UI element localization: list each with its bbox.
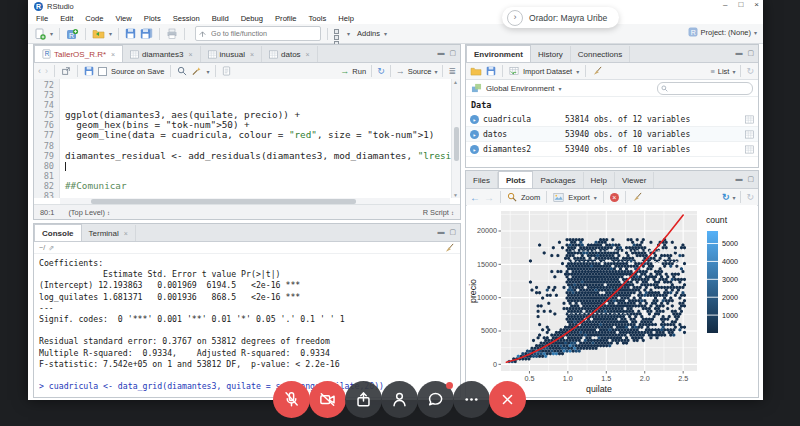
menu-edit[interactable]: Edit: [54, 14, 79, 23]
source-button[interactable]: Source: [408, 67, 432, 76]
tab-diamantes3[interactable]: diamantes3×: [123, 46, 200, 62]
expand-object-icon[interactable]: ▸: [470, 145, 479, 154]
view-table-icon[interactable]: [745, 115, 754, 124]
run-button[interactable]: Run: [352, 67, 366, 76]
maximize-pane-icon[interactable]: ▢: [747, 175, 754, 183]
minimize-pane-icon[interactable]: ▬: [735, 175, 742, 183]
scroll-up-icon[interactable]: ▲: [453, 79, 458, 85]
view-table-icon[interactable]: [745, 145, 754, 154]
menu-profile[interactable]: Profile: [269, 14, 303, 23]
goto-file-input[interactable]: [209, 28, 317, 39]
scope-selector[interactable]: (Top Level) ↕: [68, 208, 110, 217]
menu-view[interactable]: View: [110, 14, 138, 23]
goto-dir-icon[interactable]: ⇗: [48, 243, 54, 252]
import-caret-icon[interactable]: ▾: [576, 68, 579, 75]
code-tools-caret-icon[interactable]: ▾: [206, 68, 209, 75]
clear-environment-icon[interactable]: [592, 66, 603, 76]
menu-build[interactable]: Build: [206, 14, 235, 23]
environment-tab-environment[interactable]: Environment: [466, 45, 531, 62]
menu-debug[interactable]: Debug: [235, 14, 269, 23]
environment-search[interactable]: [657, 82, 753, 95]
camera-off-button[interactable]: [309, 381, 346, 418]
nav-forward-icon[interactable]: ›: [45, 66, 48, 76]
plots-tab-help[interactable]: Help: [584, 172, 615, 188]
environment-tab-connections[interactable]: Connections: [571, 46, 630, 62]
env-object-diamantes2[interactable]: ▸diamantes253940 obs. of 10 variables: [466, 142, 758, 157]
global-env-selector[interactable]: Global Environment: [486, 84, 554, 93]
goto-file-search[interactable]: [195, 26, 321, 41]
addins-button[interactable]: Addins: [357, 29, 380, 38]
tab-tallerosrr[interactable]: RTallerOS_R.R*×: [34, 45, 123, 62]
environment-tab-history[interactable]: History: [531, 46, 571, 62]
maximize-button[interactable]: □: [738, 0, 743, 9]
expand-chevron-icon[interactable]: ›: [507, 10, 523, 26]
publish-icon[interactable]: ↻: [722, 192, 730, 202]
new-file-button[interactable]: [34, 28, 46, 40]
close-button[interactable]: ×: [754, 0, 759, 9]
menu-code[interactable]: Code: [79, 14, 109, 23]
tab-datos[interactable]: datos×: [262, 46, 318, 62]
maximize-pane-icon[interactable]: ▢: [747, 49, 754, 57]
env-object-datos[interactable]: ▸datos53940 obs. of 10 variables: [466, 127, 758, 142]
chat-button[interactable]: [417, 381, 454, 418]
compile-report-icon[interactable]: [222, 66, 231, 76]
popout-icon[interactable]: [61, 66, 71, 76]
rerun-icon[interactable]: ↻: [377, 66, 385, 76]
env-object-cuadricula[interactable]: ▸cuadricula53814 obs. of 12 variables: [466, 112, 758, 127]
expand-object-icon[interactable]: ▸: [470, 115, 479, 124]
minimize-button[interactable]: –: [723, 0, 727, 9]
maximize-pane-icon[interactable]: ▢: [449, 228, 456, 236]
open-file-button[interactable]: [92, 28, 105, 39]
zoom-plot-button[interactable]: Zoom: [521, 193, 540, 202]
console-tab-terminal[interactable]: Terminal×: [82, 225, 136, 241]
participants-button[interactable]: [381, 381, 418, 418]
console-tab-console[interactable]: Console: [34, 224, 82, 241]
editor-vertical-scrollbar[interactable]: ▲ ▼: [451, 79, 460, 198]
menu-tools[interactable]: Tools: [303, 14, 333, 23]
new-project-button[interactable]: R: [66, 28, 79, 40]
tab-close-icon[interactable]: ×: [124, 230, 128, 237]
expand-object-icon[interactable]: ▸: [470, 130, 479, 139]
export-caret-icon[interactable]: ▾: [594, 194, 597, 201]
source-caret-icon[interactable]: ▾: [434, 68, 437, 75]
previous-plot-icon[interactable]: ←: [470, 192, 480, 203]
list-view-button[interactable]: List: [718, 67, 730, 76]
minimize-pane-icon[interactable]: ▬: [735, 49, 742, 57]
console-output[interactable]: Coefficients: Estimate Std. Error t valu…: [34, 254, 460, 392]
mute-microphone-button[interactable]: [273, 381, 310, 418]
end-call-button[interactable]: [489, 381, 526, 418]
tab-inusual[interactable]: inusual×: [201, 46, 262, 62]
panes-caret-icon[interactable]: ▾: [347, 30, 350, 37]
menu-session[interactable]: Session: [167, 14, 206, 23]
new-file-caret-icon[interactable]: ▾: [50, 30, 53, 37]
find-icon[interactable]: [177, 66, 187, 76]
plots-tab-packages[interactable]: Packages: [533, 172, 583, 188]
code-tools-wand-icon[interactable]: [191, 66, 202, 76]
plots-tab-plots[interactable]: Plots: [498, 171, 534, 188]
source-on-save-checkbox[interactable]: [98, 67, 107, 76]
view-table-icon[interactable]: [745, 130, 754, 139]
minimize-pane-icon[interactable]: ▬: [437, 49, 444, 57]
share-content-button[interactable]: [345, 381, 382, 418]
tab-close-icon[interactable]: ×: [250, 51, 254, 58]
plots-tab-files[interactable]: Files: [466, 172, 498, 188]
next-plot-icon[interactable]: →: [484, 192, 494, 203]
load-workspace-icon[interactable]: [470, 66, 482, 76]
publish-caret-icon[interactable]: ▾: [732, 194, 735, 201]
global-env-caret-icon[interactable]: ▾: [558, 85, 561, 92]
addins-caret-icon[interactable]: ▾: [384, 30, 387, 37]
code-editor[interactable]: 727374757677787980818283 ggplot(diamante…: [34, 79, 460, 198]
refresh-icon[interactable]: ↻: [746, 66, 754, 76]
remove-plot-icon[interactable]: ×: [610, 193, 619, 202]
more-options-button[interactable]: [453, 381, 490, 418]
save-all-button[interactable]: [140, 28, 153, 39]
tab-close-icon[interactable]: ×: [306, 51, 310, 58]
file-type-selector[interactable]: R Script ↕: [423, 208, 454, 217]
print-button[interactable]: [166, 28, 178, 39]
minimize-pane-icon[interactable]: ▬: [437, 228, 444, 236]
code-text[interactable]: ggplot(diamantes3, aes(quilate, precio))…: [60, 79, 451, 198]
save-file-icon[interactable]: [84, 66, 94, 76]
list-caret-icon[interactable]: ▾: [732, 68, 735, 75]
save-workspace-icon[interactable]: [486, 66, 496, 76]
plots-tab-viewer[interactable]: Viewer: [615, 172, 654, 188]
